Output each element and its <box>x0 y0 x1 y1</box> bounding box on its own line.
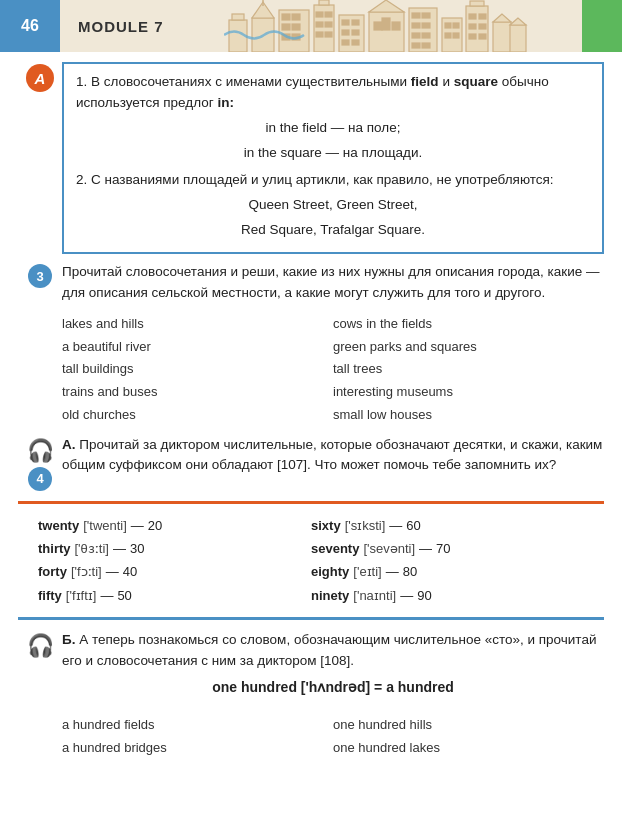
list-item: one hundred lakes <box>333 737 604 760</box>
item1-num: 1. <box>76 74 87 89</box>
num-pron: ['fɪftɪ] <box>66 584 97 607</box>
exerciseB-text: Б. А теперь познакомься со словом, обозн… <box>62 630 604 704</box>
module-title: MODULE 7 <box>60 0 164 52</box>
hundred-col-left: a hundred fields a hundred bridges <box>62 714 333 760</box>
svg-rect-8 <box>292 14 300 20</box>
svg-rect-10 <box>292 24 300 30</box>
number-entry-seventy: seventy ['sevənti] — 70 <box>311 537 584 560</box>
svg-rect-40 <box>412 43 420 48</box>
list-item: cows in the fields <box>333 313 604 336</box>
number-entry-sixty: sixty ['sɪksti] — 60 <box>311 514 584 537</box>
num-word: fifty <box>38 584 62 607</box>
svg-rect-57 <box>510 25 526 52</box>
svg-rect-37 <box>422 23 430 28</box>
num-word: eighty <box>311 560 349 583</box>
list-item: small low houses <box>333 404 604 427</box>
svg-rect-49 <box>469 14 476 19</box>
numbers-col-right: sixty ['sɪksti] — 60 seventy ['sevənti] … <box>311 514 584 608</box>
word-in: in: <box>217 95 234 110</box>
svg-rect-38 <box>412 33 420 38</box>
num-pron: ['sevənti] <box>363 537 415 560</box>
list-item: a beautiful river <box>62 336 333 359</box>
svg-rect-35 <box>422 13 430 18</box>
grammar-item2: 2. С названиями площадей и улиц артикли,… <box>76 170 590 191</box>
svg-rect-18 <box>325 22 332 27</box>
exercise-a-icon: A <box>18 62 62 254</box>
svg-rect-30 <box>382 18 390 30</box>
exB-label: Б. <box>62 632 75 647</box>
number-entry-fifty: fifty ['fɪftɪ] — 50 <box>38 584 311 607</box>
svg-rect-32 <box>392 22 400 30</box>
word-list-left: lakes and hills a beautiful river tall b… <box>62 313 333 427</box>
cityscape-decoration <box>224 0 584 52</box>
svg-rect-50 <box>479 14 486 19</box>
svg-rect-19 <box>316 32 323 37</box>
page-header: 46 MODULE 7 <box>0 0 622 52</box>
grammar-example3: Queen Street, Green Street, <box>76 195 590 216</box>
word-square: square <box>454 74 498 89</box>
svg-rect-41 <box>422 43 430 48</box>
headphones-icon-b: 🎧 <box>26 632 54 660</box>
num-word: ninety <box>311 584 349 607</box>
svg-rect-24 <box>342 30 349 35</box>
svg-rect-34 <box>412 13 420 18</box>
grammar-box: 1. В словосочетаниях с именами существит… <box>62 62 604 254</box>
grammar-example4: Red Square, Trafalgar Square. <box>76 220 590 241</box>
svg-rect-46 <box>453 33 459 38</box>
hundred-col-right: one hundred hills one hundred lakes <box>333 714 604 760</box>
exercise4-section: 🎧 4 А. Прочитай за диктором числительные… <box>18 435 604 491</box>
grammar-item1: 1. В словосочетаниях с именами существит… <box>76 72 590 114</box>
num-pron: ['naɪnti] <box>353 584 396 607</box>
exerciseB-section: 🎧 Б. А теперь познакомься со словом, обо… <box>18 630 604 704</box>
svg-rect-16 <box>325 12 332 17</box>
grammar-example1: in the field — на поле; <box>76 118 590 139</box>
svg-rect-26 <box>342 40 349 45</box>
list-item: old churches <box>62 404 333 427</box>
number-entry-ninety: ninety ['naɪnti] — 90 <box>311 584 584 607</box>
num-word: thirty <box>38 537 71 560</box>
number-entry-forty: forty ['fɔːti] — 40 <box>38 560 311 583</box>
svg-rect-25 <box>352 30 359 35</box>
page-number: 46 <box>0 0 60 52</box>
list-item: one hundred hills <box>333 714 604 737</box>
svg-rect-45 <box>445 33 451 38</box>
list-item: interesting museums <box>333 381 604 404</box>
num-pron: ['twenti] <box>83 514 127 537</box>
exercise4-icons: 🎧 4 <box>18 435 62 491</box>
num-word: twenty <box>38 514 79 537</box>
svg-rect-48 <box>470 1 484 6</box>
svg-rect-36 <box>412 23 420 28</box>
exercise3-section: 3 Прочитай словосочетания и реши, какие … <box>18 262 604 303</box>
green-accent-block <box>582 0 622 52</box>
svg-rect-44 <box>453 23 459 28</box>
word-list-right: cows in the fields green parks and squar… <box>333 313 604 427</box>
svg-rect-2 <box>232 14 244 20</box>
num-word: forty <box>38 560 67 583</box>
list-item: tall trees <box>333 358 604 381</box>
svg-rect-20 <box>325 32 332 37</box>
ex4-label: А. <box>62 437 76 452</box>
svg-rect-39 <box>422 33 430 38</box>
a-icon: A <box>26 64 54 92</box>
list-item: a hundred bridges <box>62 737 333 760</box>
exercise3-text: Прочитай словосочетания и реши, какие из… <box>62 262 604 303</box>
num-pron: ['eɪti] <box>353 560 381 583</box>
svg-rect-31 <box>374 22 382 30</box>
svg-rect-43 <box>445 23 451 28</box>
list-item: tall buildings <box>62 358 333 381</box>
svg-rect-7 <box>282 14 290 20</box>
num-word: sixty <box>311 514 341 537</box>
headphones-icon: 🎧 <box>26 437 54 465</box>
list-item: a hundred fields <box>62 714 333 737</box>
svg-rect-14 <box>319 0 329 5</box>
svg-rect-15 <box>316 12 323 17</box>
svg-rect-23 <box>352 20 359 25</box>
svg-rect-52 <box>479 24 486 29</box>
item2-num: 2. <box>76 172 87 187</box>
num-word: seventy <box>311 537 359 560</box>
num4-badge: 4 <box>28 467 52 491</box>
num3-badge: 3 <box>28 264 52 288</box>
svg-rect-9 <box>282 24 290 30</box>
numbers-table: twenty ['twenti] — 20 thirty ['θɜːti] — … <box>18 501 604 621</box>
number-entry-thirty: thirty ['θɜːti] — 30 <box>38 537 311 560</box>
